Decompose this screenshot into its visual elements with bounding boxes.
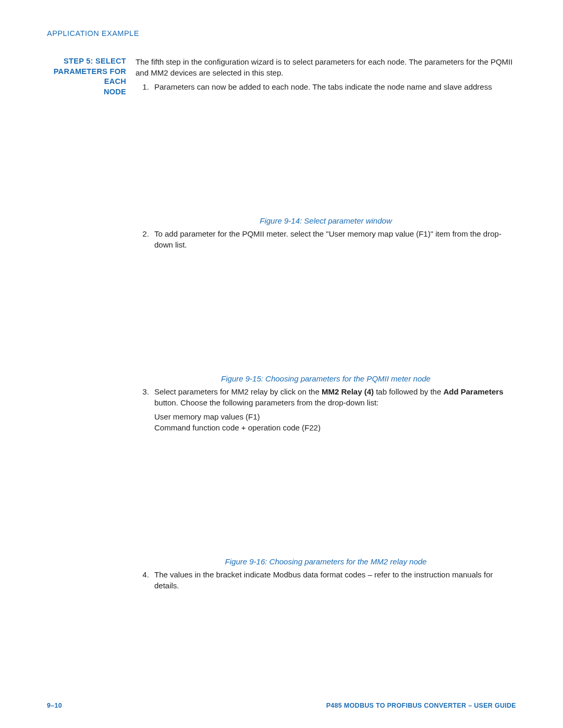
side-heading-line1: STEP 5: SELECT (47, 56, 126, 67)
header-section-title: APPLICATION EXAMPLE (47, 29, 516, 38)
ordered-steps: Parameters can now be added to each node… (136, 81, 516, 92)
step-3-text-post: button. Choose the following parameters … (154, 398, 378, 407)
side-heading-line3: NODE (47, 87, 126, 97)
footer-doc-title: P485 MODBUS TO PROFIBUS CONVERTER – USER… (326, 702, 516, 709)
figure-placeholder-9-15 (136, 253, 516, 368)
step-2: To add parameter for the PQMII meter. se… (151, 228, 516, 250)
figure-placeholder-9-16 (136, 436, 516, 551)
step-3-text-pre: Select parameters for MM2 relay by click… (154, 387, 322, 396)
content-row: STEP 5: SELECT PARAMETERS FOR EACH NODE … (47, 56, 516, 594)
step-3-sublines: User memory map values (F1) Command func… (154, 411, 516, 433)
step-3-bold-1: MM2 Relay (4) (322, 387, 374, 396)
page: APPLICATION EXAMPLE STEP 5: SELECT PARAM… (0, 0, 563, 728)
figure-placeholder-9-14 (136, 95, 516, 210)
intro-paragraph: The fifth step in the configuration wiza… (136, 56, 516, 78)
ordered-steps-4: The values in the bracket indicate Modbu… (136, 569, 516, 591)
step-3-bold-2: Add Parameters (443, 387, 503, 396)
figure-caption-9-15: Figure 9-15: Choosing parameters for the… (136, 373, 516, 384)
footer-page-number: 9–10 (47, 702, 62, 709)
figure-caption-9-14: Figure 9-14: Select parameter window (136, 215, 516, 226)
step-3-subline-a: User memory map values (F1) (154, 411, 516, 422)
step-3-subline-b: Command function code + operation code (… (154, 422, 516, 433)
step-4: The values in the bracket indicate Modbu… (151, 569, 516, 591)
main-column: The fifth step in the configuration wiza… (136, 56, 516, 594)
step-3-text-mid: tab followed by the (374, 387, 443, 396)
ordered-steps-2: To add parameter for the PQMII meter. se… (136, 228, 516, 250)
figure-caption-9-16: Figure 9-16: Choosing parameters for the… (136, 556, 516, 567)
footer: 9–10 P485 MODBUS TO PROFIBUS CONVERTER –… (47, 702, 516, 709)
step-1: Parameters can now be added to each node… (151, 81, 516, 92)
ordered-steps-3: Select parameters for MM2 relay by click… (136, 386, 516, 433)
side-heading: STEP 5: SELECT PARAMETERS FOR EACH NODE (47, 56, 136, 97)
side-heading-line2: PARAMETERS FOR EACH (47, 67, 126, 87)
step-3: Select parameters for MM2 relay by click… (151, 386, 516, 433)
